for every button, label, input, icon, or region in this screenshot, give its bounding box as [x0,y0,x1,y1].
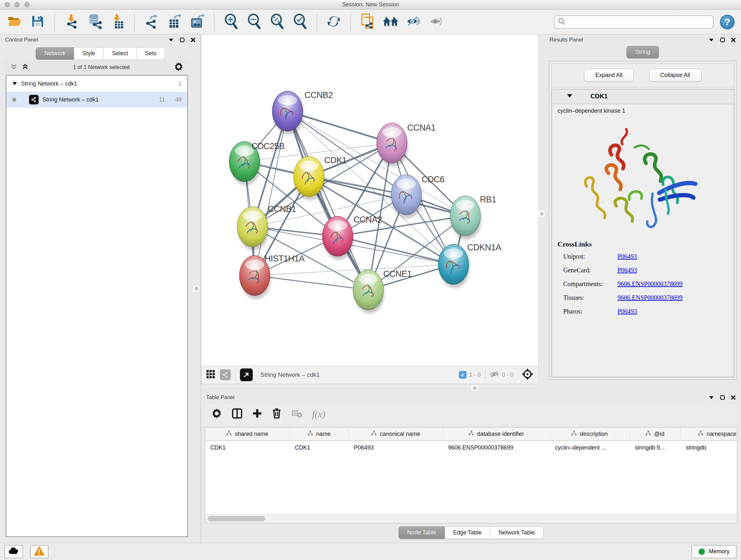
table-cell[interactable]: CDK1 [205,441,290,454]
horizontal-pane-divider[interactable] [201,384,741,392]
crosslink-link[interactable]: P06493 [617,266,637,274]
panel-collapse-icon[interactable] [709,38,714,42]
tab-string[interactable]: String [626,46,659,58]
table-row[interactable]: CDK1CDK1P064939606.ENSP00000378699cyclin… [205,441,737,454]
expand-all-networks-icon[interactable] [10,64,17,71]
table-cell[interactable]: cyclin–dependent ... [550,441,630,454]
table-cell[interactable]: P06493 [349,441,443,454]
zoom-selected-button[interactable] [292,14,308,30]
table-cell[interactable]: 9606.ENSP00000378699 [443,441,550,454]
network-edge-CCNB2-HIST1H1A[interactable] [255,111,287,275]
grid-view-icon[interactable] [206,369,215,380]
panel-close-icon[interactable] [731,37,736,43]
zoom-fit-button[interactable] [269,14,285,30]
column-header-database-identifier[interactable]: database identifier [443,428,550,440]
add-column-icon[interactable] [252,408,262,420]
collapse-all-button[interactable]: Collapse All [649,69,701,82]
copy-network-button[interactable] [359,14,376,30]
warnings-button[interactable] [30,545,49,558]
expand-all-button[interactable]: Expand All [584,69,633,82]
export-image-button[interactable] [189,14,205,30]
table-cell[interactable]: CDK1 [290,441,349,454]
scrollbar-thumb[interactable] [208,516,265,521]
panel-close-icon[interactable] [191,37,196,43]
network-node-CCNB1[interactable]: CCNB1 [237,204,296,250]
network-node-CCNB2[interactable]: CCNB2 [272,90,333,135]
column-header-canonical-name[interactable]: canonical name [349,428,443,440]
network-node-CDC25B[interactable]: CDC25B [229,141,285,185]
hide-button[interactable] [405,14,422,30]
cloud-status-button[interactable] [4,545,23,558]
show-button[interactable] [428,14,445,30]
tab-sets[interactable]: Sets [137,47,165,60]
collapse-all-networks-icon[interactable] [22,64,29,71]
search-field[interactable] [554,15,714,29]
gear-icon[interactable] [174,62,184,73]
detach-view-icon[interactable] [240,368,253,381]
tab-network[interactable]: Network [36,47,74,60]
tab-select[interactable]: Select [104,47,137,60]
string-home-button[interactable] [382,14,399,30]
pane-divider-handle[interactable] [193,285,200,292]
open-session-button[interactable] [6,14,23,30]
help-button[interactable]: ? [720,15,735,29]
birdseye-navigator-icon[interactable] [521,368,534,382]
tab-edge-table[interactable]: Edge Table [445,526,490,539]
panel-float-icon[interactable] [720,395,725,400]
eye-icon [429,15,444,29]
import-network-file-button[interactable] [63,14,80,30]
save-session-button[interactable] [29,14,46,30]
gene-section-header[interactable]: CDK1 [551,89,734,104]
table-cell[interactable]: stringdb:9... [630,441,681,454]
search-input[interactable] [568,19,710,25]
import-table-button[interactable] [109,14,126,30]
network-node-CDC6[interactable]: CDC6 [391,175,445,219]
crosslink-link[interactable]: P06493 [617,308,637,315]
pane-divider-handle[interactable] [538,210,545,217]
tree-expander-icon[interactable] [12,80,17,87]
export-table-button[interactable] [166,14,183,30]
column-header-id[interactable]: @id [630,428,681,440]
panel-float-icon[interactable] [720,37,725,43]
column-header-description[interactable]: description [550,428,630,440]
tab-style[interactable]: Style [74,47,104,60]
network-collection-row[interactable]: String Network – cdk1 1 [6,76,187,91]
column-header-name[interactable]: name [290,428,349,440]
tab-node-table[interactable]: Node Table [399,526,445,539]
network-node-CCNA1[interactable]: CCNA1 [377,123,435,167]
import-network-database-button[interactable] [86,14,103,30]
crosslink-link[interactable]: P06493 [617,253,637,260]
network-node-RB1[interactable]: RB1 [450,195,496,240]
panel-collapse-icon[interactable] [709,395,714,399]
network-node-HIST1H1A[interactable]: HIST1H1A [239,254,305,299]
table-cell[interactable]: stringdb [681,441,737,454]
network-share-view-icon[interactable] [220,369,231,380]
show-columns-icon[interactable] [232,408,243,420]
network-node-CDK1[interactable]: CDK1 [293,155,347,200]
network-node-CDKN1A[interactable]: CDKN1A [438,243,501,288]
memory-button[interactable]: Memory [691,545,737,558]
tab-network-table[interactable]: Network Table [490,526,543,539]
network-edge-HIST1H1A-CCNE1[interactable] [255,275,368,290]
panel-float-icon[interactable] [180,37,185,43]
panel-close-icon[interactable] [731,395,736,400]
pane-divider-handle[interactable] [471,384,478,391]
vertical-pane-divider[interactable] [539,35,544,384]
network-row[interactable]: String Network – cdk1 11 48 [6,91,187,108]
network-canvas[interactable]: CCNB2CCNA1CDC25BCDK1CDC6RB1CCNB1CCNA2CDK… [201,35,538,366]
zoom-in-button[interactable] [223,14,239,30]
crosslink-link[interactable]: 9606.ENSP00000378699 [617,280,683,288]
table-horizontal-scrollbar[interactable] [205,514,737,523]
table-settings-gear-icon[interactable] [211,408,222,420]
zoom-out-button[interactable] [246,14,262,30]
network-selection-status: 1 of 1 Network selected [33,64,170,71]
column-header-namespace[interactable]: namespace [681,428,737,440]
crosslink-link[interactable]: 9606.ENSP00000378699 [617,294,683,301]
column-header-shared-name[interactable]: shared name [205,428,290,440]
delete-column-icon[interactable] [272,408,281,420]
panel-collapse-icon[interactable] [168,38,174,42]
export-network-button[interactable] [143,14,159,30]
refresh-button[interactable] [326,14,342,30]
section-expander-icon[interactable] [567,94,572,99]
network-node-CCNE1[interactable]: CCNE1 [353,269,412,314]
